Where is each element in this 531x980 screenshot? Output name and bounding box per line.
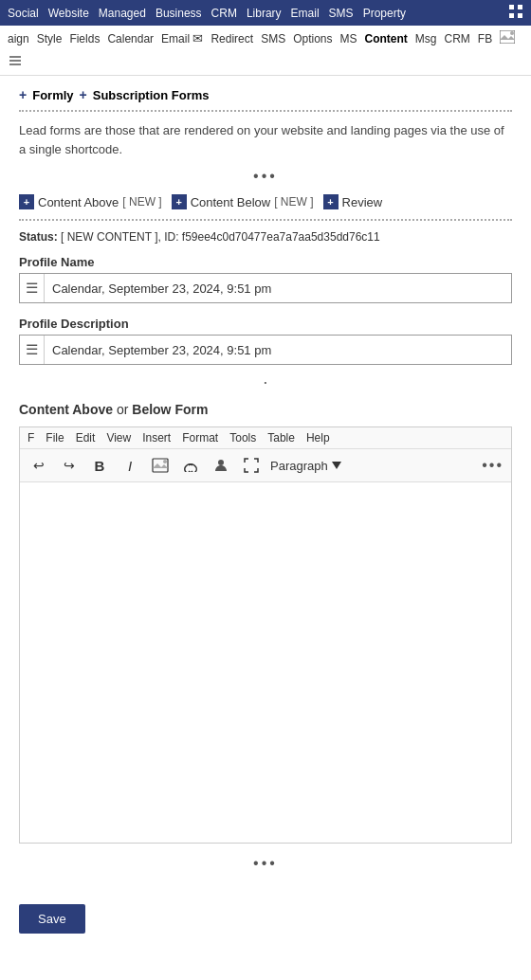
svg-marker-14: [332, 462, 341, 469]
profile-name-input[interactable]: [45, 276, 511, 301]
nav-website[interactable]: Website: [48, 7, 89, 20]
link-button[interactable]: [179, 454, 202, 477]
profile-description-group: Profile Description ☰: [19, 317, 512, 365]
content-above-badge: [ NEW ]: [122, 195, 161, 209]
status-label: Status:: [19, 230, 58, 244]
svg-marker-11: [153, 463, 168, 468]
nav-crm[interactable]: CRM: [211, 7, 237, 20]
editor-menu-tools[interactable]: Tools: [229, 431, 256, 445]
svg-rect-3: [518, 13, 522, 18]
svg-point-12: [163, 460, 167, 463]
sec-nav-image-icon: [500, 30, 515, 46]
nav-sms[interactable]: SMS: [329, 7, 354, 20]
editor-menu-insert[interactable]: Insert: [142, 431, 171, 445]
nav-grid-icon: [508, 4, 523, 22]
content-section-title: Content Above or Below Form: [19, 402, 512, 417]
editor-menu-view[interactable]: View: [106, 431, 131, 445]
profile-name-group: Profile Name ☰: [19, 255, 512, 303]
sec-nav-email[interactable]: Email ✉: [161, 31, 203, 45]
nav-property[interactable]: Property: [363, 7, 406, 20]
breadcrumb: + Formly + Subscription Forms: [19, 87, 512, 102]
sec-nav-crm[interactable]: CRM: [445, 32, 470, 45]
tab-content-above[interactable]: + Content Above [ NEW ]: [19, 194, 162, 209]
content-below-badge: [ NEW ]: [274, 195, 313, 209]
profile-name-input-row: ☰: [19, 273, 512, 303]
sec-nav-msg[interactable]: Msg: [415, 32, 437, 45]
editor-menu-format[interactable]: Format: [182, 431, 218, 445]
tab-review[interactable]: + Review: [323, 194, 383, 209]
content-above-title: Content Above: [19, 402, 113, 417]
paragraph-dropdown[interactable]: Paragraph: [270, 459, 341, 473]
person-button[interactable]: [210, 454, 232, 477]
content-below-plus-icon: +: [172, 194, 187, 209]
nav-email[interactable]: Email: [291, 7, 320, 20]
sec-nav-redirect[interactable]: Redirect: [211, 32, 253, 45]
save-button[interactable]: Save: [19, 904, 85, 934]
editor-menubar: F File Edit View Insert Format Tools Tab…: [20, 427, 511, 449]
mail-icon: ✉: [192, 31, 203, 45]
nav-library[interactable]: Library: [247, 7, 282, 20]
description-text: Lead forms are those that are rendered o…: [19, 121, 512, 158]
status-line: Status: [ NEW CONTENT ], ID: f59ee4c0d70…: [19, 230, 512, 244]
sec-nav-content[interactable]: Content: [365, 32, 408, 45]
or-text: or: [117, 402, 132, 417]
content-above-plus-icon: +: [19, 194, 34, 209]
subscription-plus-icon: +: [80, 87, 87, 102]
tab-content-below[interactable]: + Content Below [ NEW ]: [172, 194, 314, 209]
tab-content-below-label: Content Below: [191, 195, 271, 209]
subscription-brand[interactable]: Subscription Forms: [93, 88, 210, 102]
svg-rect-1: [518, 5, 522, 9]
main-content: + Formly + Subscription Forms Lead forms…: [0, 76, 531, 895]
sec-nav-fields[interactable]: Fields: [69, 32, 100, 45]
editor-menu-table[interactable]: Table: [267, 431, 295, 445]
svg-point-6: [510, 31, 514, 35]
editor-container: F File Edit View Insert Format Tools Tab…: [19, 426, 512, 844]
svg-marker-5: [500, 35, 515, 40]
small-dot: •: [19, 378, 512, 387]
editor-menu-edit[interactable]: Edit: [76, 431, 96, 445]
sec-nav-aign[interactable]: aign: [8, 32, 29, 45]
paragraph-label: Paragraph: [270, 459, 328, 473]
profile-name-label: Profile Name: [19, 255, 512, 269]
secondary-navigation: aign Style Fields Calendar Email ✉ Redir…: [0, 26, 531, 76]
separator-2: [19, 219, 512, 221]
three-dots-1: •••: [19, 168, 512, 185]
sec-nav-fb[interactable]: FB: [478, 32, 492, 45]
profile-description-input[interactable]: [45, 337, 511, 363]
editor-body[interactable]: [20, 482, 511, 843]
sec-nav-ms[interactable]: MS: [340, 32, 357, 45]
tab-content-above-label: Content Above: [38, 195, 119, 209]
sec-nav-options[interactable]: Options: [293, 32, 332, 45]
bottom-three-dots: •••: [19, 855, 512, 872]
profile-description-input-row: ☰: [19, 335, 512, 365]
undo-button[interactable]: ↩: [27, 454, 50, 477]
sec-nav-style[interactable]: Style: [37, 32, 63, 45]
nav-social[interactable]: Social: [8, 7, 39, 20]
save-section: Save: [0, 895, 531, 953]
editor-menu-file[interactable]: File: [46, 431, 64, 445]
fullscreen-button[interactable]: [240, 454, 263, 477]
editor-toolbar: ↩ ↪ B I Paragraph •••: [20, 449, 511, 482]
formly-brand[interactable]: Formly: [32, 88, 73, 102]
profile-description-label: Profile Description: [19, 317, 512, 331]
tab-row: + Content Above [ NEW ] + Content Below …: [19, 194, 512, 209]
toolbar-more-button[interactable]: •••: [482, 457, 504, 474]
italic-button[interactable]: I: [119, 454, 141, 477]
tab-review-label: Review: [342, 195, 383, 209]
review-plus-icon: +: [323, 194, 339, 209]
editor-menu-f[interactable]: F: [27, 431, 34, 445]
sec-nav-sms[interactable]: SMS: [261, 32, 285, 45]
sec-nav-list-icon: [8, 54, 23, 70]
top-navigation: Social Website Managed Business CRM Libr…: [0, 0, 531, 26]
nav-business[interactable]: Business: [156, 7, 202, 20]
bold-button[interactable]: B: [88, 454, 111, 477]
svg-point-13: [218, 460, 224, 465]
redo-button[interactable]: ↪: [58, 454, 81, 477]
separator-1: [19, 110, 512, 112]
profile-name-drag-handle: ☰: [20, 274, 45, 302]
nav-managed[interactable]: Managed: [99, 7, 146, 20]
image-button[interactable]: [149, 454, 172, 477]
sec-nav-calendar[interactable]: Calendar: [107, 32, 154, 45]
profile-description-drag-handle: ☰: [20, 336, 45, 364]
editor-menu-help[interactable]: Help: [306, 431, 330, 445]
